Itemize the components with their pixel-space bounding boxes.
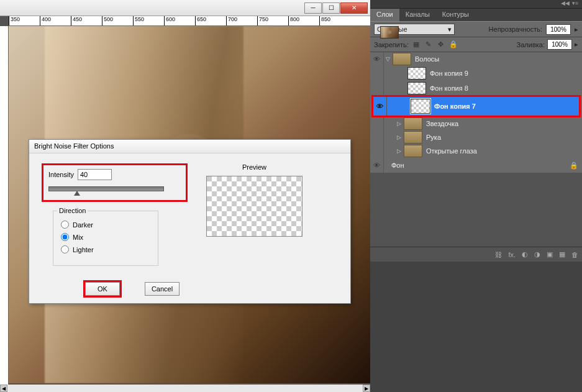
layer-background[interactable]: 👁 Фон 🔒 bbox=[370, 158, 582, 173]
intensity-slider[interactable] bbox=[48, 186, 164, 191]
panel-empty-area bbox=[370, 262, 582, 392]
layer-copy8[interactable]: Фон копия 8 bbox=[370, 81, 582, 96]
scroll-track[interactable] bbox=[7, 385, 363, 392]
tab-paths[interactable]: Контуры bbox=[436, 9, 475, 21]
preview-label: Preview bbox=[206, 163, 302, 171]
dropdown-icon: ▾ bbox=[448, 25, 452, 34]
preview-box bbox=[206, 176, 302, 237]
trash-icon[interactable]: 🗑 bbox=[571, 251, 578, 258]
lock-transparency-icon[interactable]: ▦ bbox=[411, 40, 421, 50]
scroll-left-icon[interactable]: ◀ bbox=[0, 385, 7, 392]
tab-layers[interactable]: Слои bbox=[370, 9, 399, 21]
radio-mix[interactable]: Mix bbox=[61, 233, 150, 241]
layer-thumb bbox=[380, 26, 399, 39]
adjustment-icon[interactable]: ◑ bbox=[534, 250, 540, 258]
new-layer-icon[interactable]: ▦ bbox=[559, 250, 565, 258]
mask-icon[interactable]: ◐ bbox=[522, 250, 528, 258]
direction-legend: Direction bbox=[57, 207, 88, 214]
ruler-vertical[interactable] bbox=[0, 26, 9, 385]
visibility-toggle[interactable]: 👁 bbox=[370, 52, 384, 66]
folder-icon bbox=[404, 131, 422, 144]
horizontal-scrollbar[interactable]: ◀ ▶ bbox=[0, 385, 370, 392]
lock-label: Закрепить: bbox=[374, 41, 409, 48]
radio-lighter[interactable]: Lighter bbox=[61, 245, 150, 253]
maximize-button[interactable]: ☐ bbox=[322, 2, 340, 14]
lock-all-icon[interactable]: 🔒 bbox=[448, 40, 458, 50]
layer-copy9[interactable]: Фон копия 9 bbox=[370, 66, 582, 81]
panel-tabs: Слои Каналы Контуры bbox=[370, 9, 582, 21]
fill-label: Заливка: bbox=[517, 41, 545, 48]
lock-icon: 🔒 bbox=[570, 162, 582, 170]
blend-opacity-row: Обычные ▾ Непрозрачность: ▸ bbox=[370, 21, 582, 37]
layer-group-eyes[interactable]: ▷ Открытые глаза bbox=[370, 144, 582, 158]
folder-icon bbox=[404, 145, 422, 157]
layer-thumb bbox=[407, 67, 426, 80]
visibility-toggle[interactable] bbox=[370, 130, 384, 144]
layer-thumb bbox=[411, 99, 430, 114]
ok-button[interactable]: OK bbox=[85, 282, 120, 296]
fx-icon[interactable]: fx. bbox=[508, 251, 516, 258]
tab-channels[interactable]: Каналы bbox=[399, 9, 436, 21]
close-button[interactable]: ✕ bbox=[340, 2, 368, 14]
intensity-highlight: Intensity bbox=[42, 163, 188, 202]
filter-dialog: Bright Noise Filter Options Intensity Di… bbox=[29, 139, 351, 304]
scroll-right-icon[interactable]: ▶ bbox=[363, 385, 370, 392]
visibility-toggle[interactable] bbox=[370, 117, 384, 130]
folder-icon bbox=[393, 53, 411, 65]
intensity-input[interactable] bbox=[78, 169, 112, 180]
radio-darker[interactable]: Darker bbox=[61, 221, 150, 229]
layers-toolbar: ⛓ fx. ◐ ◑ ▣ ▦ 🗑 bbox=[370, 247, 582, 262]
visibility-toggle[interactable] bbox=[370, 66, 384, 81]
right-panels: ◀◀ ▾≡ Слои Каналы Контуры Обычные ▾ Непр… bbox=[370, 0, 582, 392]
visibility-toggle[interactable]: 👁 bbox=[373, 97, 387, 116]
expand-icon[interactable]: ▷ bbox=[395, 148, 402, 154]
slider-handle-icon[interactable] bbox=[74, 191, 80, 196]
intensity-label: Intensity bbox=[48, 171, 74, 178]
lock-pixels-icon[interactable]: ✎ bbox=[424, 40, 434, 50]
expand-icon[interactable]: ▽ bbox=[384, 56, 391, 62]
fill-slider-icon[interactable]: ▸ bbox=[575, 40, 578, 48]
layer-group-hand[interactable]: ▷ Рука bbox=[370, 130, 582, 144]
canvas-area: ─ ☐ ✕ 3504004505005506006507007508008509… bbox=[0, 0, 370, 392]
opacity-slider-icon[interactable]: ▸ bbox=[575, 25, 578, 34]
visibility-toggle[interactable]: 👁 bbox=[370, 158, 384, 173]
cancel-button[interactable]: Cancel bbox=[145, 282, 180, 296]
visibility-toggle[interactable] bbox=[370, 144, 384, 158]
selected-layer-highlight: 👁 Фон копия 7 bbox=[371, 95, 581, 117]
layer-thumb bbox=[407, 82, 426, 94]
layer-group-star[interactable]: ▷ Звездочка bbox=[370, 117, 582, 130]
ruler-horizontal[interactable]: 3504004505005506006507007508008509009501… bbox=[9, 16, 370, 26]
panel-menu-icon[interactable]: ▾≡ bbox=[572, 0, 578, 8]
direction-group: Direction Darker Mix Lighter bbox=[53, 211, 158, 266]
link-layers-icon[interactable]: ⛓ bbox=[495, 251, 502, 258]
lock-position-icon[interactable]: ✥ bbox=[436, 40, 446, 50]
minimize-button[interactable]: ─ bbox=[304, 2, 322, 14]
panel-collapse-bar[interactable]: ◀◀ ▾≡ bbox=[370, 0, 582, 9]
expand-icon[interactable]: ▷ bbox=[395, 134, 402, 140]
expand-icon[interactable]: ▷ bbox=[395, 121, 402, 127]
layer-copy7[interactable]: 👁 Фон копия 7 bbox=[373, 97, 579, 116]
layer-list: 👁 ▽ Волосы Фон копия 9 Фон копия 8 👁 Фон… bbox=[370, 52, 582, 173]
folder-icon bbox=[404, 117, 422, 130]
dialog-title: Bright Noise Filter Options bbox=[29, 140, 350, 153]
collapse-icon[interactable]: ◀◀ bbox=[561, 0, 570, 8]
new-group-icon[interactable]: ▣ bbox=[547, 250, 553, 258]
document-titlebar: ─ ☐ ✕ bbox=[0, 0, 370, 16]
visibility-toggle[interactable] bbox=[370, 81, 384, 96]
opacity-label: Непрозрачность: bbox=[489, 25, 542, 33]
layer-group-hair[interactable]: 👁 ▽ Волосы bbox=[370, 52, 582, 66]
opacity-input[interactable] bbox=[546, 24, 571, 35]
lock-fill-row: Закрепить: ▦ ✎ ✥ 🔒 Заливка: ▸ bbox=[370, 37, 582, 52]
fill-input[interactable] bbox=[547, 39, 572, 50]
